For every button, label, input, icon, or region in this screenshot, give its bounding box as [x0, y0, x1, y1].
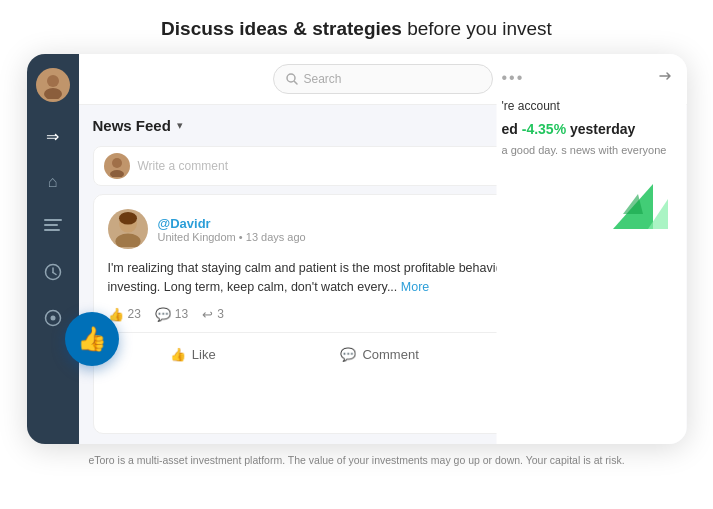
svg-point-12: [112, 158, 122, 168]
sidebar-item-arrow[interactable]: ⇒: [33, 116, 73, 156]
post-location-time: United Kingdom • 13 days ago: [158, 231, 306, 243]
header-normal: before you invest: [402, 18, 552, 39]
like-icon: 👍: [170, 347, 186, 362]
search-icon: [286, 73, 298, 85]
panel-return-value: -4.35%: [522, 121, 566, 137]
sidebar-item-clock[interactable]: [33, 254, 73, 294]
panel-share-icon[interactable]: [657, 68, 673, 87]
header-bold: Discuss ideas & strategies: [161, 18, 402, 39]
panel-body-text: a good day. s news with everyone: [502, 143, 673, 158]
comment-count: 13: [175, 307, 188, 321]
avatar[interactable]: [36, 68, 70, 102]
svg-rect-4: [44, 229, 60, 231]
shares-stat: ↩ 3: [202, 307, 224, 322]
chevron-down-icon[interactable]: ▾: [177, 119, 183, 132]
svg-point-0: [47, 75, 59, 87]
comment-icon: 💬: [340, 347, 356, 362]
panel-account-label: 're account: [502, 99, 673, 113]
like-button[interactable]: 👍 Like: [160, 343, 226, 366]
svg-rect-2: [44, 219, 62, 221]
post-meta: @Davidr United Kingdom • 13 days ago: [158, 216, 306, 243]
thumbs-up-button[interactable]: 👍: [65, 312, 119, 366]
ellipsis-icon: •••: [502, 69, 525, 87]
comment-button[interactable]: 💬 Comment: [330, 343, 428, 366]
svg-marker-19: [623, 194, 643, 214]
settings-icon: [44, 309, 62, 331]
like-count: 23: [128, 307, 141, 321]
svg-line-7: [53, 273, 56, 275]
search-box[interactable]: Search: [273, 64, 493, 94]
portfolio-chart: [593, 174, 673, 234]
post-username: @Davidr: [158, 216, 306, 231]
share-count-icon: ↩: [202, 307, 213, 322]
comments-stat: 💬 13: [155, 307, 188, 322]
home-icon: ⌂: [48, 173, 58, 191]
likes-stat: 👍 23: [108, 307, 141, 322]
comment-label: Comment: [362, 347, 418, 362]
sidebar-item-feed[interactable]: [33, 208, 73, 248]
chart-icon: [44, 219, 62, 237]
svg-point-10: [287, 74, 295, 82]
news-feed-title: News Feed: [93, 117, 171, 134]
page-header: Discuss ideas & strategies before you in…: [0, 0, 713, 54]
comment-count-icon: 💬: [155, 307, 171, 322]
share-count: 3: [217, 307, 224, 321]
svg-rect-3: [44, 224, 58, 226]
sidebar-item-home[interactable]: ⌂: [33, 162, 73, 202]
footer-disclaimer: eToro is a multi-asset investment platfo…: [0, 444, 713, 472]
comment-avatar: [104, 153, 130, 179]
svg-point-13: [110, 170, 124, 177]
arrow-icon: ⇒: [46, 127, 59, 146]
svg-point-1: [44, 88, 62, 99]
panel-return: ed -4.35% yesterday: [502, 121, 673, 137]
svg-point-9: [50, 316, 55, 321]
like-label: Like: [192, 347, 216, 362]
chart-area: [502, 174, 673, 234]
search-placeholder: Search: [304, 72, 342, 86]
clock-icon: [44, 263, 62, 285]
svg-point-15: [115, 234, 140, 248]
post-more-link[interactable]: More: [401, 280, 429, 294]
app-container: ⇒ ⌂: [27, 54, 687, 444]
svg-line-11: [294, 82, 297, 85]
right-panel: ••• 're account ed -4.35% yesterday a go…: [487, 54, 687, 444]
panel-header: •••: [502, 68, 673, 87]
sidebar: ⇒ ⌂: [27, 54, 79, 444]
post-avatar: [108, 209, 148, 249]
svg-point-16: [119, 212, 137, 225]
